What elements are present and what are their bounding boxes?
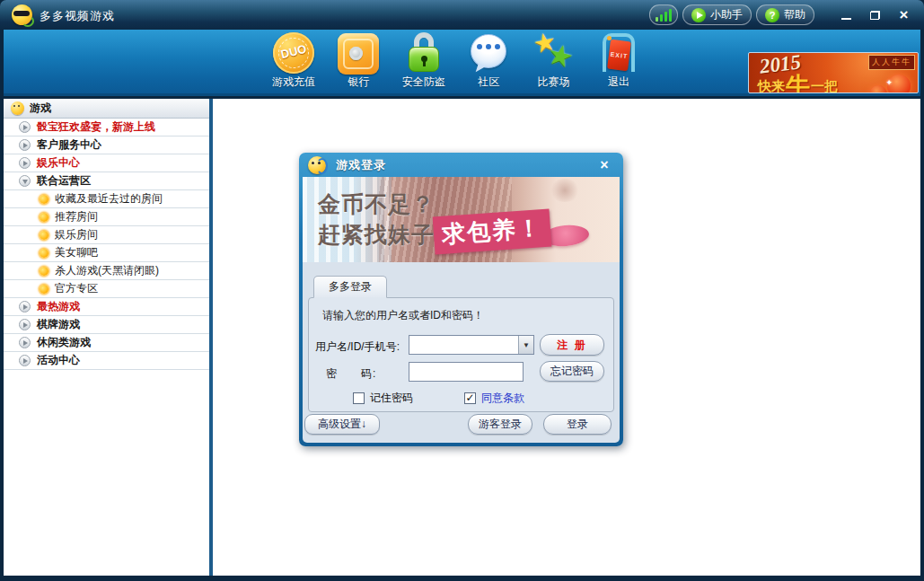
sidebar-item-joint-operation[interactable]: 联合运营区 (4, 172, 209, 190)
toolbar-item-recharge[interactable]: DUO 游戏充值 (264, 32, 323, 93)
sidebar-item-recommended-rooms[interactable]: 推荐房间 (4, 208, 209, 226)
sun-icon (40, 195, 48, 204)
register-button[interactable]: 注 册 (540, 334, 604, 356)
username-input[interactable] (409, 336, 518, 354)
login-dialog: 游戏登录 × 金币不足？ 赶紧找妹子 求包养！ 多多登录 请输入您的用户名或者I… (299, 153, 623, 446)
checkbox-unchecked-icon[interactable] (353, 392, 365, 404)
checkbox-checked-icon[interactable]: ✓ (464, 392, 476, 404)
sidebar-item-label: 娱乐中心 (37, 155, 80, 171)
toolbar-item-label: 游戏充值 (272, 75, 315, 90)
sidebar-item-board-card-games[interactable]: 棋牌游戏 (4, 316, 209, 334)
arrow-right-icon (19, 319, 31, 330)
toolbar-item-label: 比赛场 (538, 75, 570, 90)
ad-line2: 赶紧找妹子 (318, 220, 435, 250)
combobox-dropdown-icon[interactable]: ▼ (518, 336, 533, 354)
sun-icon (40, 267, 48, 276)
sidebar-item-official-zone[interactable]: 官方专区 (4, 280, 209, 298)
smiley-headset-icon (308, 156, 326, 174)
toolbar-item-label: 退出 (608, 75, 629, 90)
arrow-right-icon (19, 121, 31, 133)
signal-bars-icon (656, 9, 672, 22)
advanced-settings-button[interactable]: 高级设置↓ (304, 414, 380, 435)
toolbar-item-arena[interactable]: ★★ 比赛场 (524, 32, 584, 93)
help-question-icon: ? (765, 8, 779, 22)
login-dialog-titlebar[interactable]: 游戏登录 × (299, 153, 623, 178)
sidebar-item-label: 客户服务中心 (37, 137, 101, 153)
help-button[interactable]: ? 帮助 (756, 4, 814, 25)
network-signal-button[interactable] (649, 4, 678, 25)
ad-highlight: 求包养！ (433, 209, 552, 255)
smiley-icon (11, 101, 24, 115)
sidebar-item-entertainment-center[interactable]: 娱乐中心 (4, 154, 209, 172)
restore-button[interactable] (863, 5, 887, 24)
password-input[interactable] (409, 363, 523, 381)
password-label: 密 码: (326, 366, 376, 382)
sidebar-header-label: 游戏 (30, 101, 51, 116)
assistant-button[interactable]: 小助手 (682, 4, 752, 25)
arrow-right-icon (19, 355, 31, 366)
forgot-password-button[interactable]: 忘记密码 (540, 361, 604, 382)
close-button[interactable]: × (892, 5, 916, 24)
restore-icon (870, 11, 880, 20)
toolbar-item-bank[interactable]: 银行 (329, 32, 388, 93)
sun-icon (40, 231, 48, 240)
agree-terms-label: 同意条款 (481, 391, 524, 406)
duo-coin-icon: DUO (273, 32, 314, 74)
lock-icon (403, 32, 444, 74)
arrow-down-icon (19, 175, 31, 187)
sidebar-item-beauty-chat[interactable]: 美女聊吧 (4, 244, 209, 262)
minimize-button[interactable] (834, 5, 858, 24)
assistant-play-icon (691, 8, 706, 22)
sun-icon (40, 249, 48, 258)
window-titlebar: 多多视频游戏 小助手 ? 帮助 × (0, 0, 924, 30)
minimize-icon (841, 18, 851, 20)
chat-bubble-icon (468, 32, 509, 74)
sidebar-item-label: 最热游戏 (37, 299, 80, 314)
toolbar-item-community[interactable]: 社区 (459, 32, 518, 93)
toolbar-item-label: 安全防盗 (402, 75, 445, 90)
toolbar-item-exit[interactable]: EXIT 退出 (589, 32, 648, 93)
sidebar-item-customer-service[interactable]: 客户服务中心 (4, 136, 209, 154)
username-label: 用户名/ID/手机号: (315, 339, 400, 355)
app-logo-smiley-icon (12, 4, 32, 25)
sidebar-item-dice-festival[interactable]: 骰宝狂欢盛宴，新游上线 (4, 119, 209, 136)
help-label: 帮助 (784, 7, 805, 22)
guest-login-button[interactable]: 游客登录 (468, 414, 532, 435)
promo-ad-banner[interactable]: 2015 快来牛一把 人人牛牛 ✦ (748, 52, 919, 93)
window-border-left (0, 30, 4, 581)
sidebar-item-label: 棋牌游戏 (37, 317, 80, 332)
sidebar-item-label: 美女聊吧 (55, 245, 98, 260)
sidebar-item-activity-center[interactable]: 活动中心 (4, 352, 209, 370)
arrow-right-icon (19, 157, 31, 169)
sidebar-item-label: 收藏及最近去过的房间 (55, 191, 163, 207)
sidebar-item-entertainment-rooms[interactable]: 娱乐房间 (4, 226, 209, 244)
sidebar-game-tree: 游戏 骰宝狂欢盛宴，新游上线 客户服务中心 娱乐中心 联合运营区 收藏及最近去过… (4, 99, 213, 576)
login-dialog-body: 金币不足？ 赶紧找妹子 求包养！ 多多登录 请输入您的用户名或者ID和密码！ 用… (303, 177, 620, 443)
remember-password-checkbox[interactable]: 记住密码 (353, 391, 413, 406)
sidebar-item-hottest-games[interactable]: 最热游戏 (4, 298, 209, 316)
login-ad-banner[interactable]: 金币不足？ 赶紧找妹子 求包养！ (303, 177, 620, 262)
sidebar-item-casual-games[interactable]: 休闲类游戏 (4, 334, 209, 352)
sidebar-item-label: 联合运营区 (37, 173, 91, 189)
agree-terms-checkbox[interactable]: ✓ 同意条款 (464, 391, 524, 406)
promo-slogan: 快来牛一把 (758, 70, 902, 93)
toolbar-item-label: 社区 (478, 75, 499, 90)
toolbar-item-security[interactable]: 安全防盗 (394, 32, 453, 93)
window-border-bottom (0, 576, 924, 581)
close-icon: × (900, 7, 909, 22)
remember-password-label: 记住密码 (370, 391, 413, 406)
sidebar-item-favorite-rooms[interactable]: 收藏及最近去过的房间 (4, 190, 209, 208)
sidebar-item-killer-game[interactable]: 杀人游戏(天黑请闭眼) (4, 262, 209, 280)
dialog-close-icon[interactable]: × (594, 156, 614, 174)
password-field[interactable] (409, 362, 524, 382)
login-hint-text: 请输入您的用户名或者ID和密码！ (322, 308, 484, 323)
sidebar-item-label: 休闲类游戏 (37, 335, 91, 350)
tab-duoduo-login[interactable]: 多多登录 (313, 276, 387, 298)
sparkle-icon: ✦ (885, 78, 893, 87)
toolbar-item-label: 银行 (348, 75, 369, 90)
login-button[interactable]: 登录 (543, 414, 612, 435)
arrow-right-icon (19, 139, 31, 151)
sun-icon (40, 213, 48, 222)
username-combobox[interactable]: ▼ (409, 335, 534, 355)
sidebar-item-label: 活动中心 (37, 353, 80, 368)
